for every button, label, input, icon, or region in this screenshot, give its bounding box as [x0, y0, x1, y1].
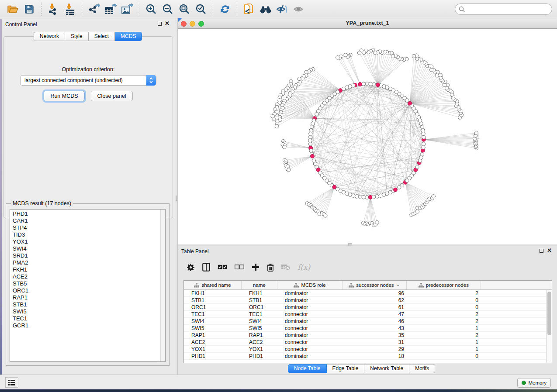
network-node[interactable] — [310, 125, 314, 129]
import-table-icon[interactable] — [63, 3, 76, 16]
mcds-result-node[interactable]: ORC1 — [13, 287, 28, 294]
network-node[interactable] — [365, 82, 369, 86]
network-node[interactable] — [375, 220, 379, 224]
tab-select[interactable]: Select — [89, 32, 115, 41]
network-node[interactable] — [336, 56, 339, 59]
tab-style[interactable]: Style — [65, 32, 89, 41]
network-node[interactable] — [275, 124, 278, 128]
network-node[interactable] — [432, 195, 435, 198]
network-node[interactable] — [304, 70, 308, 74]
float-panel-icon[interactable] — [158, 22, 162, 26]
tab-network-table[interactable]: Network Table — [364, 364, 409, 373]
network-node[interactable] — [352, 194, 355, 197]
deselect-all-icon[interactable] — [235, 265, 244, 270]
mcds-result-node[interactable]: STB5 — [13, 280, 28, 287]
network-node[interactable] — [357, 51, 361, 55]
table-row[interactable]: STB1STB1dominator620 — [184, 297, 546, 304]
export-table-icon[interactable] — [104, 3, 117, 16]
network-node[interactable] — [283, 145, 286, 149]
show-columns-icon[interactable] — [202, 263, 210, 272]
network-node[interactable] — [422, 132, 425, 135]
mcds-result-node[interactable]: GCR1 — [13, 322, 28, 329]
tab-edge-table[interactable]: Edge Table — [327, 364, 365, 373]
mcds-result-node[interactable]: ACE2 — [13, 273, 28, 280]
mcds-result-node[interactable]: CAR1 — [13, 217, 28, 224]
mcds-result-node[interactable]: STB1 — [13, 301, 28, 308]
scrollbar-thumb[interactable] — [547, 292, 551, 335]
network-node[interactable] — [419, 156, 423, 159]
close-panel-icon[interactable]: ✕ — [165, 21, 170, 27]
network-node[interactable] — [415, 165, 419, 168]
network-hub-node[interactable] — [358, 83, 362, 86]
task-history-button[interactable] — [5, 377, 18, 388]
column-header-successor-nodes[interactable]: successor nodes⌄ — [343, 281, 407, 289]
mcds-result-node[interactable]: YOX1 — [13, 238, 28, 245]
network-node[interactable] — [422, 135, 426, 139]
network-node[interactable] — [355, 195, 358, 198]
network-node[interactable] — [298, 77, 301, 81]
table-row[interactable]: ACE2ACE2connector311 — [184, 339, 546, 346]
table-row[interactable]: SWI4SWI4dominator462 — [184, 318, 546, 325]
mcds-result-node[interactable]: TID3 — [13, 231, 28, 238]
import-network-icon[interactable] — [47, 3, 60, 16]
column-header-predecessor-nodes[interactable]: predecessor nodes — [407, 281, 481, 289]
network-hub-node[interactable] — [311, 154, 315, 158]
network-node[interactable] — [400, 183, 404, 187]
network-node[interactable] — [420, 125, 424, 129]
network-node[interactable] — [362, 196, 365, 199]
run-mcds-button[interactable]: Run MCDS — [44, 91, 84, 101]
mcds-result-node[interactable]: STP4 — [13, 224, 28, 231]
network-node[interactable] — [382, 85, 386, 88]
table-row[interactable]: RAP1RAP1dominator352 — [184, 332, 546, 339]
network-node[interactable] — [308, 135, 312, 139]
tab-network[interactable]: Network — [34, 32, 65, 41]
network-node[interactable] — [421, 128, 425, 132]
network-window-titlebar[interactable]: YPA_prune.txt_1 — [178, 18, 557, 29]
memory-button[interactable]: Memory — [517, 378, 551, 388]
hide-selected-icon[interactable] — [276, 3, 289, 16]
search-binoculars-icon[interactable] — [259, 3, 272, 16]
network-node[interactable] — [358, 195, 362, 199]
mcds-result-node[interactable]: TEC1 — [13, 315, 28, 322]
mcds-result-node[interactable]: PHD1 — [13, 210, 28, 217]
network-hub-node[interactable] — [369, 195, 373, 199]
add-column-icon[interactable] — [252, 263, 259, 271]
table-row[interactable]: SWI5SWI5connector431 — [184, 325, 546, 332]
close-panel-button[interactable]: Close panel — [91, 91, 133, 101]
splitter-grip[interactable] — [176, 196, 177, 201]
network-node[interactable] — [375, 195, 379, 198]
delete-table-icon[interactable] — [281, 264, 290, 270]
mcds-result-node[interactable]: SWI4 — [13, 245, 28, 252]
save-session-icon[interactable] — [23, 3, 36, 16]
zoom-selected-icon[interactable] — [194, 3, 208, 16]
table-row[interactable]: ORC1ORC1dominator610 — [184, 304, 546, 311]
network-node[interactable] — [412, 54, 415, 58]
network-hub-node[interactable] — [376, 83, 380, 87]
mcds-result-list[interactable]: PHD1CAR1STP4TID3YOX1SWI4SRD1PMA2FKH1ACE2… — [10, 209, 166, 362]
network-node[interactable] — [324, 214, 327, 217]
network-graph[interactable] — [178, 29, 557, 244]
network-node[interactable] — [272, 117, 276, 121]
tab-mcds[interactable]: MCDS — [115, 32, 142, 41]
network-node[interactable] — [344, 53, 347, 57]
network-node[interactable] — [309, 132, 312, 135]
network-node[interactable] — [379, 194, 382, 197]
network-node[interactable] — [348, 193, 352, 196]
network-node[interactable] — [365, 196, 369, 199]
mcds-result-node[interactable]: SWI5 — [13, 308, 28, 315]
network-node[interactable] — [311, 122, 315, 125]
mcds-list-scrollbar[interactable] — [160, 210, 165, 361]
network-node[interactable] — [435, 74, 439, 77]
optimization-criterion-select[interactable]: largest connected component (undirected) — [20, 75, 156, 86]
network-node[interactable] — [369, 82, 372, 86]
network-node[interactable] — [308, 139, 312, 142]
mcds-result-node[interactable]: RAP1 — [13, 294, 28, 301]
table-row[interactable]: YOX1YOX1connector291 — [184, 346, 546, 353]
zoom-out-icon[interactable] — [161, 3, 174, 16]
network-node[interactable] — [287, 168, 291, 172]
zoom-in-icon[interactable] — [145, 3, 158, 16]
clone-network-icon[interactable] — [242, 3, 256, 16]
network-node[interactable] — [474, 131, 478, 134]
delete-column-icon[interactable] — [267, 263, 274, 272]
open-session-icon[interactable] — [6, 3, 19, 16]
